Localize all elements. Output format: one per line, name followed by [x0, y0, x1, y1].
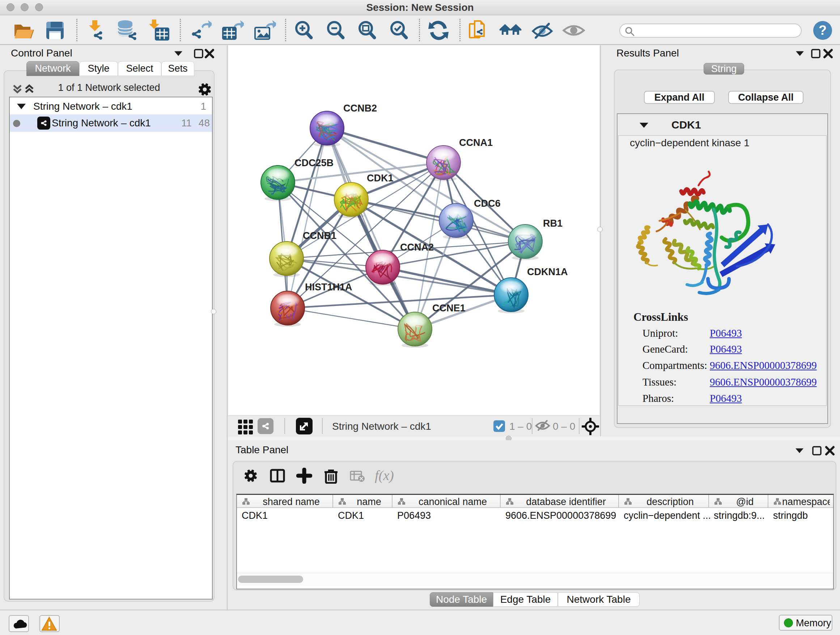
svg-text:CCNB2: CCNB2 [343, 103, 377, 114]
svg-text:CDC6: CDC6 [474, 198, 501, 209]
svg-text:CCNB1: CCNB1 [303, 230, 336, 241]
svg-text:CCNA1: CCNA1 [459, 137, 493, 148]
svg-text:CDC25B: CDC25B [294, 157, 333, 168]
svg-text:CDK1: CDK1 [367, 173, 393, 184]
svg-text:CCNA2: CCNA2 [400, 242, 434, 253]
svg-text:CCNE1: CCNE1 [432, 302, 466, 314]
svg-text:RB1: RB1 [543, 218, 562, 229]
svg-text:HIST1H1A: HIST1H1A [305, 282, 352, 293]
svg-text:CDKN1A: CDKN1A [527, 266, 568, 277]
